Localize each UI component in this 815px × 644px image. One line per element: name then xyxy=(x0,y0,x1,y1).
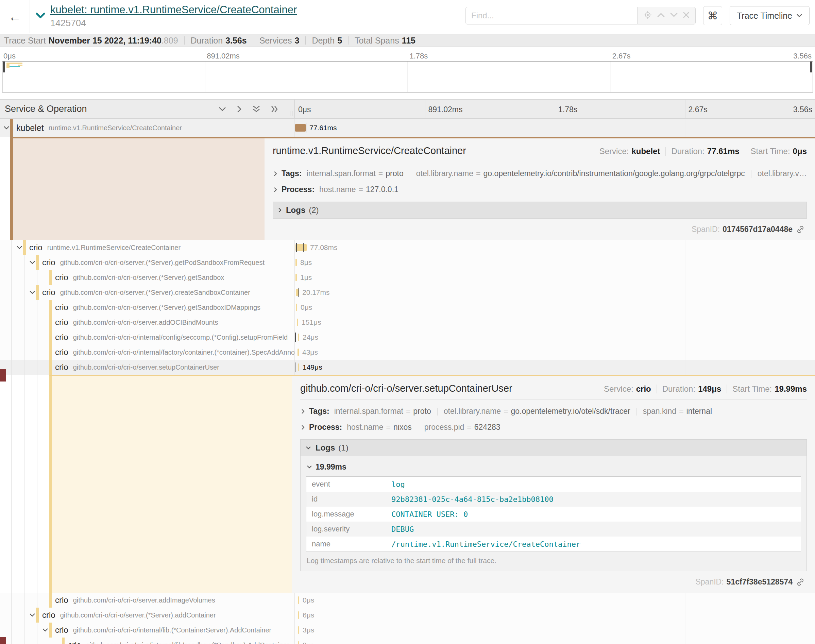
span-row[interactable]: criogithub.com/cri-o/cri-o/server.(*Serv… xyxy=(0,285,815,300)
logs-toggle[interactable]: Logs (1) xyxy=(300,439,807,456)
span-name-cell[interactable]: criogithub.com/cri-o/cri-o/server.(*Serv… xyxy=(0,270,295,285)
span-name-cell[interactable]: crioruntime.v1.RuntimeService/CreateCont… xyxy=(0,240,295,255)
minimap-canvas[interactable] xyxy=(2,61,813,92)
collapse-all-double-chevron-down-icon[interactable] xyxy=(252,105,260,113)
collapse-trace-chevron-icon[interactable] xyxy=(35,12,46,29)
span-name-cell[interactable]: criogithub.com/cri-o/cri-o/internal/conf… xyxy=(0,330,295,345)
minimap-right-handle[interactable] xyxy=(810,61,812,72)
trace-view-selector[interactable]: Trace Timeline xyxy=(730,6,810,25)
span-timeline-cell[interactable]: 0μs xyxy=(295,593,815,608)
focus-match-icon[interactable] xyxy=(643,11,652,21)
kv-separator xyxy=(751,170,751,178)
span-name-cell[interactable]: criogithub.com/cri-o/cri-o/server.(*Serv… xyxy=(0,608,295,623)
timeline-grid-header: Service & Operation 0μs 891.02ms 1.78s 2… xyxy=(0,99,815,119)
chevron-down-icon[interactable] xyxy=(29,261,35,265)
span-duration-bar[interactable] xyxy=(298,641,299,644)
tags-row[interactable]: Tags: internal.span.format=protootel.lib… xyxy=(273,169,807,178)
log-field-row: eventlog xyxy=(306,477,801,492)
span-duration-bar[interactable] xyxy=(298,611,299,619)
span-row[interactable]: criogithub.com/cri-o/cri-o/server.(*Serv… xyxy=(0,270,815,285)
process-row[interactable]: Process: host.name=nixosprocess.pid=6242… xyxy=(300,423,807,432)
span-row[interactable]: criogithub.com/cri-o/cri-o/server.addIma… xyxy=(0,593,815,608)
span-timeline-cell[interactable]: 149μs xyxy=(295,360,815,375)
trace-title-link[interactable]: kubelet: runtime.v1.RuntimeService/Creat… xyxy=(50,3,297,17)
chevron-down-icon[interactable] xyxy=(42,628,48,632)
process-row[interactable]: Process: host.name=127.0.0.1 xyxy=(273,185,807,194)
chevron-down-icon[interactable] xyxy=(29,290,35,294)
indent-guide xyxy=(24,638,25,644)
collapse-one-chevron-down-icon[interactable] xyxy=(218,106,227,112)
logs-toggle[interactable]: Logs (2) xyxy=(273,202,807,219)
span-row[interactable]: criogithub.com/cri-o/cri-o/server.(*Serv… xyxy=(0,300,815,315)
kv-value: 624283 xyxy=(474,423,501,431)
span-name-cell[interactable]: criogithub.com/cri-o/cri-o/server.addOCI… xyxy=(0,315,295,330)
span-service-name: crio xyxy=(29,243,43,252)
span-timeline-cell[interactable]: 0μs xyxy=(295,300,815,315)
span-timeline-cell[interactable]: 8μs xyxy=(295,255,815,270)
span-name-cell[interactable]: criogithub.com/cri-o/cri-o/server.(*Serv… xyxy=(0,255,295,270)
span-name-cell[interactable]: criogithub.com/cri-o/cri-o/server.(*Serv… xyxy=(0,285,295,300)
span-duration-bar[interactable] xyxy=(296,244,307,251)
expand-all-double-chevron-right-icon[interactable] xyxy=(271,105,279,113)
span-duration-bar[interactable] xyxy=(296,304,297,311)
span-operation-name: github.com/cri-o/cri-o/server.(*Server).… xyxy=(60,289,250,296)
span-row[interactable]: criogithub.com/cri-o/cri-o/server.(*Serv… xyxy=(0,255,815,270)
minimap-left-handle[interactable] xyxy=(3,61,5,72)
span-timeline-cell[interactable]: 20.17ms xyxy=(295,285,815,300)
span-row[interactable]: kubeletruntime.v1.RuntimeService/CreateC… xyxy=(0,119,815,137)
span-name-cell[interactable]: criogithub.com/cri-o/cri-o/server.addIma… xyxy=(0,593,295,608)
chevron-down-icon[interactable] xyxy=(3,126,9,130)
span-duration-bar[interactable] xyxy=(298,334,299,341)
prev-match-chevron-up-icon[interactable] xyxy=(657,12,665,19)
span-duration-bar[interactable] xyxy=(296,274,297,281)
span-row[interactable]: criogithub.com/cri-o/cri-o/internal/conf… xyxy=(0,330,815,345)
span-timeline-cell[interactable]: 151μs xyxy=(295,315,815,330)
span-duration-bar[interactable] xyxy=(298,596,299,604)
span-duration-bar[interactable] xyxy=(297,319,298,326)
span-row[interactable]: criogithub.com/cri-o/cri-o/server.(*Serv… xyxy=(0,608,815,623)
span-timeline-cell[interactable]: 0μs xyxy=(295,638,815,644)
next-match-chevron-down-icon[interactable] xyxy=(670,12,678,19)
indent-guide xyxy=(24,623,25,638)
deep-link-icon[interactable] xyxy=(796,578,805,587)
span-name-cell[interactable]: criogithub.com/cri-o/cri-o/internal/fact… xyxy=(0,345,295,360)
span-timeline-cell[interactable]: 1μs xyxy=(295,270,815,285)
span-row[interactable]: crioruntime.v1.RuntimeService/CreateCont… xyxy=(0,240,815,255)
span-timeline-cell[interactable]: 24μs xyxy=(295,330,815,345)
span-duration-bar[interactable] xyxy=(297,348,299,356)
span-timeline-cell[interactable]: 77.61ms xyxy=(295,119,815,137)
span-timeline-cell[interactable]: 77.08ms xyxy=(295,240,815,255)
span-timeline-cell[interactable]: 6μs xyxy=(295,608,815,623)
chevron-down-icon[interactable] xyxy=(29,613,35,617)
span-name-cell[interactable]: criogithub.com/cri-o/cri-o/server.(*Serv… xyxy=(0,300,295,315)
clear-find-icon[interactable] xyxy=(683,12,689,20)
span-name-cell[interactable]: kubeletruntime.v1.RuntimeService/CreateC… xyxy=(0,119,295,137)
back-button[interactable]: ← xyxy=(0,0,30,33)
span-duration-bar[interactable] xyxy=(298,363,299,371)
span-row[interactable]: criogithub.com/cri-o/cri-o/server.setupC… xyxy=(0,360,815,375)
service-operation-title: Service & Operation xyxy=(5,104,87,114)
kv-item: otel.library.name=go.opentelemetry.io/co… xyxy=(416,169,745,178)
span-duration-bar[interactable] xyxy=(296,259,297,266)
service-value: kubelet xyxy=(631,147,660,156)
span-timeline-cell[interactable]: 3μs xyxy=(295,623,815,638)
logs-count: (2) xyxy=(309,205,319,215)
column-resize-handle[interactable] xyxy=(290,111,293,116)
keyboard-shortcuts-button[interactable]: ⌘ xyxy=(703,6,722,25)
span-name-cell[interactable]: criogithub.com/cri-o/cri-o/internal/lib/… xyxy=(0,638,295,644)
span-duration-bar[interactable] xyxy=(295,124,306,132)
expand-one-chevron-right-icon[interactable] xyxy=(237,105,242,113)
deep-link-icon[interactable] xyxy=(796,225,805,234)
span-row[interactable]: criogithub.com/cri-o/cri-o/internal/fact… xyxy=(0,345,815,360)
tags-row[interactable]: Tags: internal.span.format=protootel.lib… xyxy=(300,407,807,416)
span-name-cell[interactable]: criogithub.com/cri-o/cri-o/server.setupC… xyxy=(0,360,295,375)
chevron-down-icon[interactable] xyxy=(16,245,23,250)
span-timeline-cell[interactable]: 43μs xyxy=(295,345,815,360)
span-row[interactable]: criogithub.com/cri-o/cri-o/internal/lib.… xyxy=(0,623,815,638)
span-row[interactable]: criogithub.com/cri-o/cri-o/server.addOCI… xyxy=(0,315,815,330)
log-entry-toggle[interactable]: 19.99ms xyxy=(307,462,801,472)
span-name-cell[interactable]: criogithub.com/cri-o/cri-o/internal/lib.… xyxy=(0,623,295,638)
span-duration-bar[interactable] xyxy=(298,626,299,634)
find-input[interactable] xyxy=(466,7,637,25)
span-row[interactable]: criogithub.com/cri-o/cri-o/internal/lib/… xyxy=(0,638,815,644)
